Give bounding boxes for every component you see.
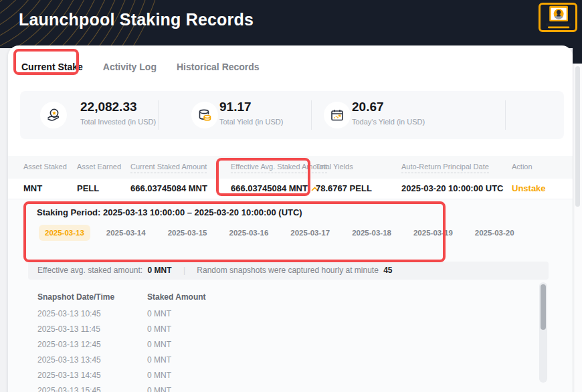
col-staked-amount: Staked Amount bbox=[147, 292, 532, 302]
date-pill-2025-03-20[interactable]: 2025-03-20 bbox=[469, 225, 520, 241]
effective-avg-amount: 0 MNT bbox=[148, 266, 172, 275]
snapshot-row: 2025-03-13 15:450 MNT bbox=[37, 383, 532, 392]
col-snapshot-datetime: Snapshot Date/Time bbox=[37, 292, 147, 302]
snapshot-time: 2025-03-13 12:45 bbox=[37, 340, 147, 349]
snapshot-row: 2025-03-13 11:450 MNT bbox=[37, 321, 532, 336]
staking-detail-panel: Staking Period: 2025-03-13 10:00:00 – 20… bbox=[8, 199, 573, 392]
date-pill-2025-03-13[interactable]: 2025-03-13 bbox=[39, 225, 90, 241]
snapshot-table-header: Snapshot Date/Time Staked Amount bbox=[37, 288, 532, 306]
date-pill-2025-03-19[interactable]: 2025-03-19 bbox=[407, 225, 459, 241]
launchpool-staking-records-page: Launchpool Staking Records Current Stake… bbox=[0, 0, 582, 392]
stat-divider bbox=[158, 100, 159, 130]
calendar-yield-icon bbox=[324, 102, 351, 128]
snapshot-amount: 0 MNT bbox=[147, 324, 532, 334]
date-pill-2025-03-16[interactable]: 2025-03-16 bbox=[223, 225, 274, 241]
staking-records-card: Current Stake Activity Log Historical Re… bbox=[8, 45, 573, 392]
total-yield-label: Total Yield (in USD) bbox=[219, 118, 283, 126]
snapshot-amount: 0 MNT bbox=[147, 340, 532, 349]
snapshot-scrollbar-thumb[interactable] bbox=[541, 284, 546, 330]
col-effective-avg-staked-amount[interactable]: Effective Avg. Staked Amount bbox=[231, 163, 327, 173]
tab-bar: Current Stake Activity Log Historical Re… bbox=[21, 59, 260, 75]
col-action: Action bbox=[512, 163, 532, 171]
stat-divider bbox=[505, 100, 506, 130]
laptop-avatar-icon bbox=[543, 5, 573, 29]
browser-scrollbar-thumb[interactable] bbox=[575, 66, 580, 207]
hand-coin-icon bbox=[40, 102, 67, 128]
header-corner-fill bbox=[573, 48, 582, 64]
coins-stack-icon bbox=[191, 102, 218, 128]
snapshot-scrollbar[interactable] bbox=[539, 282, 547, 383]
total-invested-label: Total Invested (in USD) bbox=[80, 118, 156, 126]
cell-current-staked-amount: 666.03745084 MNT bbox=[130, 183, 207, 193]
profile-laptop-icon[interactable] bbox=[539, 3, 577, 32]
snapshot-note: Random snapshots were captured hourly at… bbox=[197, 266, 378, 275]
effective-avg-value: 666.03745084 MNT bbox=[231, 183, 308, 193]
snapshot-amount: 0 MNT bbox=[147, 371, 532, 380]
col-current-staked-amount[interactable]: Current Staked Amount bbox=[130, 163, 207, 173]
snapshot-row: 2025-03-13 14:450 MNT bbox=[37, 367, 532, 383]
total-yield-value: 91.17 bbox=[219, 100, 252, 114]
date-pill-2025-03-15[interactable]: 2025-03-15 bbox=[162, 225, 213, 241]
staking-period-title: Staking Period: 2025-03-13 10:00:00 – 20… bbox=[37, 207, 302, 217]
todays-yield-label: Today's Yield (in USD) bbox=[352, 118, 425, 126]
effective-avg-label: Effective avg. staked amount: bbox=[37, 266, 142, 275]
date-pill-2025-03-17[interactable]: 2025-03-17 bbox=[284, 225, 336, 241]
browser-scrollbar[interactable] bbox=[573, 64, 582, 392]
cell-asset-staked: MNT bbox=[23, 183, 42, 193]
todays-yield-value: 20.67 bbox=[352, 100, 384, 114]
info-divider: | bbox=[183, 266, 185, 275]
effective-avg-info-bar: Effective avg. staked amount: 0 MNT | Ra… bbox=[28, 262, 549, 280]
col-asset-staked: Asset Staked bbox=[23, 163, 67, 171]
snapshot-time: 2025-03-13 13:45 bbox=[37, 355, 147, 365]
snapshot-time: 2025-03-13 14:45 bbox=[37, 371, 147, 380]
snapshot-table: Snapshot Date/Time Staked Amount 2025-03… bbox=[37, 288, 532, 392]
summary-stats: 22,082.33 Total Invested (in USD) 91.17 … bbox=[20, 91, 564, 139]
tab-historical-records[interactable]: Historical Records bbox=[177, 59, 260, 75]
date-pill-2025-03-14[interactable]: 2025-03-14 bbox=[100, 225, 152, 241]
snapshot-date-selector: 2025-03-13 2025-03-14 2025-03-15 2025-03… bbox=[39, 225, 520, 241]
snapshot-time: 2025-03-13 10:45 bbox=[37, 309, 147, 318]
snapshot-row: 2025-03-13 10:450 MNT bbox=[37, 306, 532, 321]
cell-effective-avg-staked-amount[interactable]: 666.03745084 MNT bbox=[231, 183, 318, 193]
snapshot-amount: 0 MNT bbox=[147, 386, 532, 392]
cell-total-yields: 78.6767 PELL bbox=[316, 183, 372, 193]
page-header: Launchpool Staking Records bbox=[0, 0, 582, 48]
snapshot-row: 2025-03-13 12:450 MNT bbox=[37, 336, 532, 352]
total-invested-value: 22,082.33 bbox=[80, 100, 137, 114]
col-total-yields: Total Yields bbox=[316, 163, 353, 171]
col-asset-earned: Asset Earned bbox=[77, 163, 121, 171]
stat-divider bbox=[311, 100, 312, 130]
date-pill-2025-03-18[interactable]: 2025-03-18 bbox=[346, 225, 397, 241]
table-row: MNT PELL 666.03745084 MNT 666.03745084 M… bbox=[8, 179, 573, 199]
table-header-row: Asset Staked Asset Earned Current Staked… bbox=[8, 156, 573, 179]
snapshot-row: 2025-03-13 13:450 MNT bbox=[37, 352, 532, 367]
cell-auto-return-date: 2025-03-20 10:00:00 UTC bbox=[401, 183, 503, 193]
col-auto-return-principal-date[interactable]: Auto-Return Principal Date bbox=[401, 163, 489, 173]
snapshot-amount: 0 MNT bbox=[147, 355, 532, 365]
tab-activity-log[interactable]: Activity Log bbox=[103, 59, 157, 75]
snapshot-time: 2025-03-13 15:45 bbox=[37, 386, 147, 392]
snapshot-minute: 45 bbox=[383, 266, 392, 275]
snapshot-amount: 0 MNT bbox=[147, 309, 532, 318]
tab-current-stake[interactable]: Current Stake bbox=[21, 59, 83, 75]
page-title: Launchpool Staking Records bbox=[19, 10, 254, 29]
cell-asset-earned: PELL bbox=[77, 183, 99, 193]
snapshot-time: 2025-03-13 11:45 bbox=[37, 324, 147, 334]
unstake-button[interactable]: Unstake bbox=[512, 183, 546, 193]
